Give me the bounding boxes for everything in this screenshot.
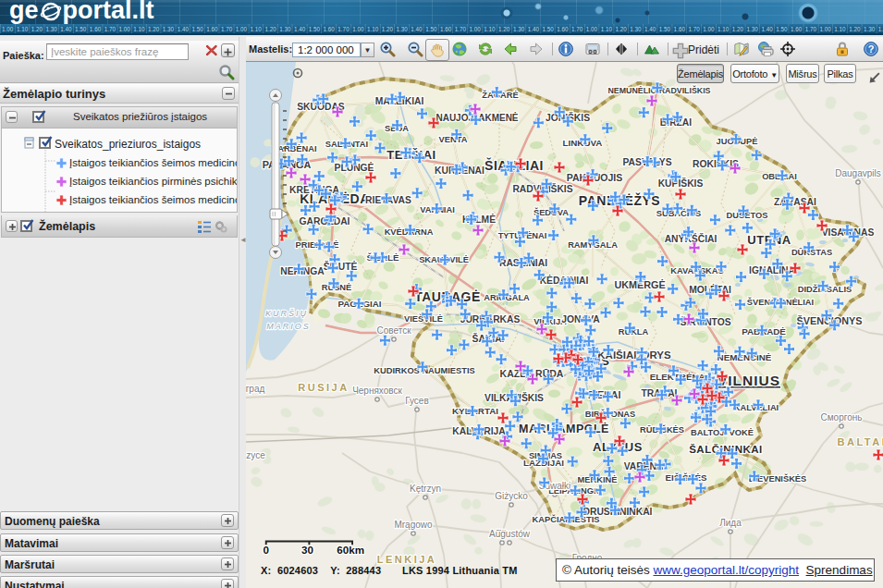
svg-text:RUSIJA: RUSIJA	[298, 382, 349, 393]
svg-text:Mrągowo: Mrągowo	[394, 520, 433, 530]
svg-text:szyce: szyce	[246, 450, 265, 460]
svg-text:Советск: Советск	[376, 325, 411, 336]
svg-text:Лида: Лида	[719, 518, 742, 528]
svg-text:MARIOS: MARIOS	[266, 322, 311, 331]
svg-text:Augustów: Augustów	[489, 529, 531, 539]
svg-text:Daugavpils: Daugavpils	[835, 168, 880, 178]
svg-text:град: град	[246, 384, 264, 394]
svg-text:Гусев: Гусев	[405, 396, 429, 406]
svg-text:Сморгонь: Сморгонь	[821, 412, 863, 423]
svg-text:0: 0	[263, 544, 268, 556]
svg-text:Kętrzyn: Kętrzyn	[410, 484, 441, 494]
svg-text:BALTARUS: BALTARUS	[838, 436, 883, 447]
svg-text:?: ?	[868, 43, 875, 55]
svg-text:30: 30	[301, 544, 313, 556]
svg-text:LENKIJA: LENKIJA	[377, 554, 437, 565]
svg-text:Giżycko: Giżycko	[495, 491, 528, 501]
svg-text:60km: 60km	[337, 544, 364, 556]
svg-text:EIŠIŠKĖS: EIŠIŠKĖS	[665, 472, 707, 483]
svg-text:KURŠIŲ: KURŠIŲ	[265, 309, 308, 318]
svg-text:Черняховск: Черняховск	[352, 386, 402, 396]
